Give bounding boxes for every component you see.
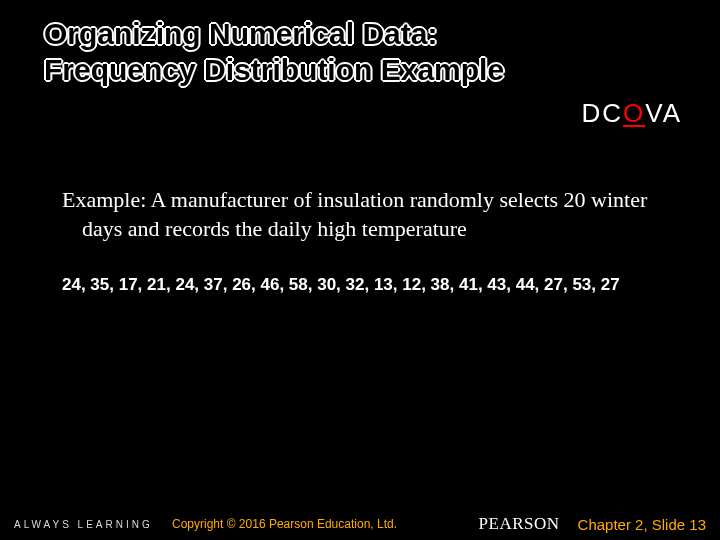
pearson-logo: PEARSON — [479, 514, 560, 534]
copyright-text: Copyright © 2016 Pearson Education, Ltd. — [172, 517, 479, 531]
dcova-a: A — [663, 98, 682, 128]
dcova-d: D — [581, 98, 602, 128]
slide-title-line1: Organizing Numerical Data: — [44, 16, 690, 52]
example-text: Example: A manufacturer of insulation ra… — [62, 186, 660, 243]
always-learning-label: ALWAYS LEARNING — [0, 519, 172, 530]
data-values: 24, 35, 17, 21, 24, 37, 26, 46, 58, 30, … — [62, 275, 682, 295]
slide-title-block: Organizing Numerical Data: Frequency Dis… — [44, 16, 690, 88]
dcova-v: V — [645, 98, 662, 128]
example-paragraph: Example: A manufacturer of insulation ra… — [82, 186, 660, 243]
dcova-c: C — [602, 98, 623, 128]
dcova-label: DCOVA — [581, 98, 682, 129]
dcova-o: O — [623, 98, 645, 128]
footer-bar: ALWAYS LEARNING Copyright © 2016 Pearson… — [0, 508, 720, 540]
slide-title-line2: Frequency Distribution Example — [44, 52, 690, 88]
slide-number: Chapter 2, Slide 13 — [578, 516, 706, 533]
